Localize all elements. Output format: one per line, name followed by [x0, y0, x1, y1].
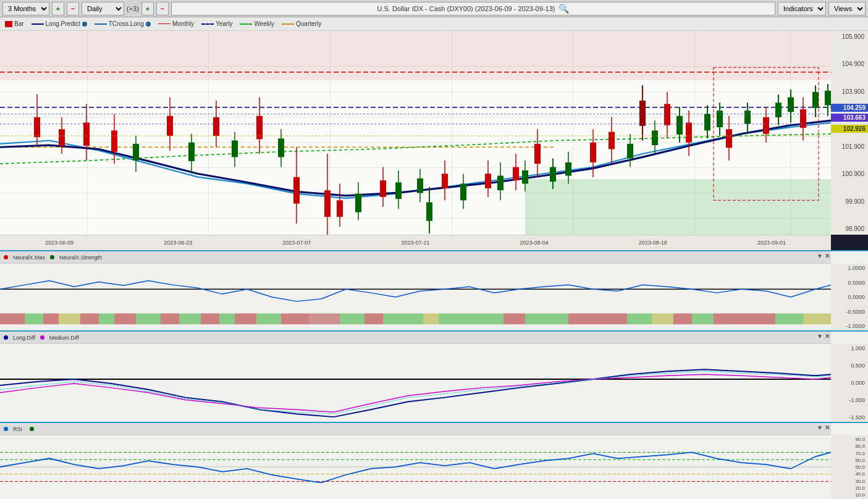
- neurax-collapse-button[interactable]: ▼: [817, 253, 823, 259]
- neurax-max-dot: [4, 255, 8, 259]
- legend-monthly: Monthly: [158, 20, 194, 27]
- legend-bar-item: Bar: [5, 20, 24, 27]
- long-predict-dot: [82, 22, 87, 27]
- svg-rect-127: [627, 314, 652, 325]
- price-label-1059: 105.900: [832, 33, 867, 40]
- legend-long-predict: Long.Predict: [32, 20, 87, 27]
- diff-controls: ▼ ✕: [817, 333, 830, 340]
- svg-rect-101: [80, 314, 99, 325]
- time-label-4: 2023-07-21: [401, 240, 429, 246]
- svg-rect-117: [423, 314, 439, 325]
- rsi-dot2: [30, 427, 34, 431]
- price-labels: 105.900 104.900 103.900 102.900 101.900 …: [831, 31, 868, 235]
- svg-rect-134: [775, 314, 803, 325]
- diff-close-button[interactable]: ✕: [825, 333, 830, 340]
- quarterly-line-icon: [282, 23, 294, 25]
- yearly-line-icon: [201, 23, 214, 25]
- neurax-strength-dot: [50, 255, 54, 259]
- rsi-svg: [0, 435, 831, 499]
- time-label-7: 2023-09-01: [757, 240, 786, 246]
- rsi-label-40: 40.0: [832, 471, 867, 477]
- period-increase-button[interactable]: +: [52, 2, 64, 15]
- legend-weekly-label: Weekly: [254, 20, 274, 27]
- price-label-999: 99.900: [832, 198, 867, 205]
- neurax-label-1: 1.0000: [832, 265, 867, 271]
- rsi-dot: [4, 427, 8, 431]
- medium-diff-dot: [40, 335, 44, 340]
- neurax-strength-label: NeuralX.Strength: [59, 254, 102, 261]
- indicators-select[interactable]: Indicators: [778, 2, 826, 15]
- rsi-line: [0, 452, 831, 482]
- rsi-label-10: 10.0: [832, 492, 867, 498]
- long-predict-line-icon: [32, 23, 44, 25]
- diff-svg: [0, 344, 831, 422]
- svg-rect-118: [439, 314, 463, 325]
- period-select[interactable]: 3 Months 1 Month 6 Months 1 Year: [2, 2, 49, 15]
- rsi-close-button[interactable]: ✕: [825, 424, 830, 431]
- time-label-2: 2023-06-23: [164, 240, 192, 246]
- svg-rect-107: [201, 314, 219, 325]
- gridline-v5: [573, 31, 573, 235]
- gridline-h7: [0, 218, 831, 219]
- svg-rect-130: [692, 314, 714, 325]
- svg-rect-109: [235, 314, 256, 325]
- chart-bg-green: [525, 179, 831, 235]
- search-icon[interactable]: 🔍: [558, 4, 569, 14]
- price-label-1049: 104.900: [832, 61, 867, 67]
- diff-label-2: 0.500: [832, 363, 867, 369]
- price-label-1039: 103.900: [832, 88, 867, 95]
- chart-title-box: U.S. Dollar IDX - Cash (DXY00) (2023-06-…: [171, 2, 775, 15]
- rsi-header: RSI: [0, 423, 831, 435]
- gridline-h2: [0, 91, 831, 92]
- diff-collapse-button[interactable]: ▼: [817, 333, 823, 340]
- chart-title: U.S. Dollar IDX - Cash (DXY00) (2023-06-…: [377, 5, 555, 12]
- gridline-v4: [452, 31, 452, 235]
- sub-chart-neurax: NeuralX.Max NeuralX.Strength ▼ ✕: [0, 250, 868, 330]
- plus3-label: (+3): [127, 5, 139, 12]
- zoom-in-button[interactable]: +: [141, 2, 154, 15]
- svg-rect-104: [136, 314, 161, 325]
- svg-rect-128: [652, 314, 673, 325]
- diff-label-4: -1.000: [832, 397, 867, 403]
- gridline-v6: [694, 31, 695, 235]
- svg-rect-98: [25, 314, 43, 325]
- neurax-max-label: NeuralX.Max: [13, 254, 45, 261]
- interval-select[interactable]: Daily Weekly Monthly: [82, 2, 124, 15]
- rsi-label: RSI: [13, 426, 22, 432]
- svg-rect-126: [609, 314, 627, 325]
- rsi-label-50: 50.0: [832, 464, 867, 470]
- legend-bar-label: Bar: [14, 20, 24, 27]
- rsi-label-30: 30.0: [832, 479, 867, 484]
- main-chart: 105.900 104.900 103.900 102.900 101.900 …: [0, 31, 868, 250]
- svg-rect-119: [463, 314, 485, 325]
- rsi-collapse-button[interactable]: ▼: [817, 424, 823, 431]
- rsi-label-70: 70.0: [832, 451, 867, 456]
- svg-rect-106: [179, 314, 201, 325]
- chart-bg-pink: [0, 31, 831, 80]
- period-decrease-button[interactable]: −: [67, 2, 79, 15]
- svg-rect-124: [568, 314, 587, 325]
- diff-label-5: -1.500: [832, 414, 867, 421]
- rsi-label-60: 60.0: [832, 458, 867, 463]
- long-diff-dot: [4, 335, 8, 340]
- diff-cyan-line: [0, 371, 831, 414]
- neurax-close-button[interactable]: ✕: [825, 253, 830, 259]
- svg-rect-100: [59, 314, 80, 325]
- neurax-labels: 1.0000 0.5000 0.0000 -0.5000 -1.0000: [831, 264, 868, 330]
- gridline-v7: [790, 31, 791, 235]
- svg-rect-113: [340, 314, 364, 325]
- time-label-6: 2023-08-18: [639, 240, 667, 246]
- legend-quarterly: Quarterly: [282, 20, 321, 27]
- neurax-controls: ▼ ✕: [817, 253, 830, 259]
- gridline-h1: [0, 66, 831, 67]
- zoom-out-button[interactable]: −: [156, 2, 169, 15]
- weekly-line-icon: [240, 23, 252, 25]
- views-select[interactable]: Views: [828, 2, 866, 15]
- legend-weekly: Weekly: [240, 20, 274, 27]
- legend-yearly: Yearly: [201, 20, 232, 27]
- time-label-1: 2023-06-09: [45, 240, 74, 246]
- price-highlight-102: 102.926: [831, 125, 868, 133]
- time-label-3: 2023-07-07: [282, 240, 311, 246]
- sub-chart-diff: Long.Diff Medium.Diff ▼ ✕ 1.000 0.500 0.…: [0, 330, 868, 422]
- tcross-line-icon: [95, 23, 107, 25]
